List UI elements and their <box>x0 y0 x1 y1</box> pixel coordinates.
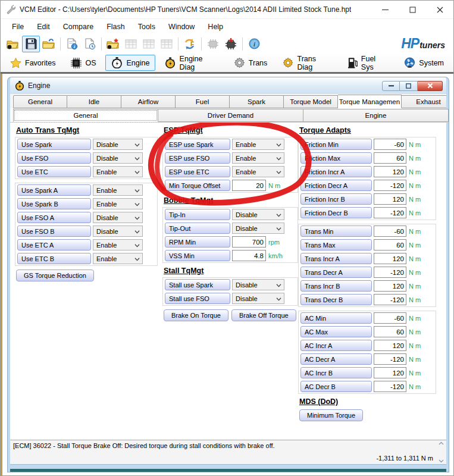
action-button[interactable]: GS Torque Reduction <box>16 270 94 281</box>
enable-disable-dropdown[interactable]: Enable <box>93 184 143 196</box>
param-label-button[interactable]: Stall use FSO <box>165 293 230 304</box>
child-close-button[interactable] <box>418 81 443 91</box>
nav-fuel-sys[interactable]: Fuel Sys <box>342 52 395 74</box>
child-minimize-button[interactable] <box>382 81 400 91</box>
param-label-button[interactable]: Friction Incr A <box>300 166 372 177</box>
read-vehicle-icon[interactable] <box>204 36 222 52</box>
menu-item-edit[interactable]: Edit <box>30 23 57 31</box>
param-label-button[interactable]: RPM Min <box>165 236 230 248</box>
param-label-button[interactable]: ESP use Spark <box>165 139 230 150</box>
value-input[interactable]: -60 <box>374 226 406 237</box>
status-scrollbar[interactable] <box>437 441 445 463</box>
tab-general[interactable]: General <box>13 95 67 108</box>
param-label-button[interactable]: Trans Decr B <box>300 294 372 305</box>
subtab-general[interactable]: General <box>13 109 158 122</box>
enable-disable-dropdown[interactable]: Disable <box>232 223 284 234</box>
enable-disable-dropdown[interactable]: Enable <box>93 198 143 209</box>
nav-os[interactable]: OS <box>65 55 102 71</box>
table-view-icon[interactable] <box>158 36 176 52</box>
nav-trans-diag[interactable]: Trans Diag <box>277 52 337 74</box>
enable-disable-dropdown[interactable]: Disable <box>93 152 143 164</box>
value-input[interactable]: -120 <box>374 381 406 392</box>
param-label-button[interactable]: Tip-In <box>165 209 230 220</box>
close-button[interactable] <box>426 1 453 18</box>
menu-item-file[interactable]: File <box>5 23 30 31</box>
param-label-button[interactable]: Trans Max <box>300 239 372 250</box>
param-label-button[interactable]: Use ETC <box>17 166 91 177</box>
value-input[interactable]: -120 <box>374 180 406 191</box>
value-input[interactable]: -60 <box>374 312 406 324</box>
value-input[interactable]: 4.8 <box>232 250 266 261</box>
param-label-button[interactable]: Use Spark A <box>17 184 91 196</box>
value-input[interactable]: 20 <box>232 180 266 191</box>
enable-disable-dropdown[interactable]: Enable <box>93 253 143 264</box>
enable-disable-dropdown[interactable]: Disable <box>93 139 143 150</box>
param-label-button[interactable]: Use Spark <box>17 139 91 150</box>
enable-disable-dropdown[interactable]: Disable <box>93 226 143 237</box>
menu-item-help[interactable]: Help <box>201 23 230 31</box>
enable-disable-dropdown[interactable]: Enable <box>232 166 284 177</box>
param-label-button[interactable]: Use Spark B <box>17 198 91 209</box>
tab-fuel[interactable]: Fuel <box>176 95 230 108</box>
param-label-button[interactable]: AC Min <box>300 312 372 324</box>
param-label-button[interactable]: Friction Min <box>300 139 372 150</box>
subtab-driver-demand[interactable]: Driver Demand <box>158 109 303 122</box>
tab-spark[interactable]: Spark <box>230 95 284 108</box>
open-file-icon[interactable] <box>4 36 22 52</box>
nav-system[interactable]: System <box>398 55 450 71</box>
param-label-button[interactable]: AC Incr A <box>300 340 372 351</box>
enable-disable-dropdown[interactable]: Enable <box>93 166 143 177</box>
param-label-button[interactable]: Use FSO <box>17 152 91 164</box>
param-label-button[interactable]: Use ETC B <box>17 253 91 264</box>
nav-engine[interactable]: Engine <box>105 55 155 71</box>
menu-item-window[interactable]: Window <box>162 23 201 31</box>
tab-idle[interactable]: Idle <box>67 95 121 108</box>
param-label-button[interactable]: Friction Incr B <box>300 193 372 205</box>
file-history-icon[interactable] <box>81 36 99 52</box>
close-file-icon[interactable] <box>40 36 58 52</box>
value-input[interactable]: 60 <box>374 152 406 164</box>
enable-disable-dropdown[interactable]: Enable <box>232 139 284 150</box>
tab-torque-model[interactable]: Torque Model <box>284 95 338 108</box>
value-input[interactable]: -120 <box>374 353 406 365</box>
new-compare-icon[interactable] <box>104 36 122 52</box>
param-label-button[interactable]: Tip-Out <box>165 223 230 234</box>
enable-disable-dropdown[interactable]: Disable <box>232 293 284 304</box>
enable-disable-dropdown[interactable]: Disable <box>232 209 284 220</box>
param-label-button[interactable]: ESP use FSO <box>165 152 230 164</box>
param-label-button[interactable]: Trans Incr A <box>300 253 372 264</box>
param-label-button[interactable]: Use FSO A <box>17 212 91 223</box>
action-button[interactable]: Brake On Torque <box>164 309 228 321</box>
value-input[interactable]: -120 <box>374 207 406 218</box>
value-input[interactable]: -120 <box>374 267 406 278</box>
param-label-button[interactable]: Use FSO B <box>17 226 91 237</box>
tab-exhaust[interactable]: Exhaust <box>402 95 446 108</box>
param-label-button[interactable]: Friction Max <box>300 152 372 164</box>
param-label-button[interactable]: AC Decr B <box>300 381 372 392</box>
menu-item-compare[interactable]: Compare <box>57 23 100 31</box>
enable-disable-dropdown[interactable]: Enable <box>232 152 284 164</box>
compare-swap-icon[interactable]: F <box>181 36 199 52</box>
value-input[interactable]: 60 <box>374 239 406 250</box>
enable-disable-dropdown[interactable]: Enable <box>93 239 143 250</box>
value-input[interactable]: 120 <box>374 166 406 177</box>
param-label-button[interactable]: Use ETC A <box>17 239 91 250</box>
tab-torque-management[interactable]: Torque Managemen <box>338 95 402 108</box>
param-label-button[interactable]: Trans Decr A <box>300 267 372 278</box>
enable-disable-dropdown[interactable]: Disable <box>232 279 284 290</box>
nav-trans[interactable]: Trans <box>228 55 274 71</box>
table-view-icon[interactable] <box>140 36 158 52</box>
write-vehicle-icon[interactable] <box>222 36 240 52</box>
param-label-button[interactable]: Trans Min <box>300 226 372 237</box>
value-input[interactable]: 120 <box>374 367 406 378</box>
param-label-button[interactable]: Trans Incr B <box>300 280 372 292</box>
param-label-button[interactable]: Stall use Spark <box>165 279 230 290</box>
info-icon[interactable]: i <box>245 36 263 52</box>
tab-airflow[interactable]: Airflow <box>121 95 176 108</box>
maximize-button[interactable] <box>399 1 426 18</box>
minimize-button[interactable] <box>371 1 399 18</box>
save-file-icon[interactable] <box>22 36 40 52</box>
param-label-button[interactable]: VSS Min <box>165 250 230 261</box>
value-input[interactable]: 700 <box>232 236 266 248</box>
param-label-button[interactable]: AC Decr A <box>300 353 372 365</box>
